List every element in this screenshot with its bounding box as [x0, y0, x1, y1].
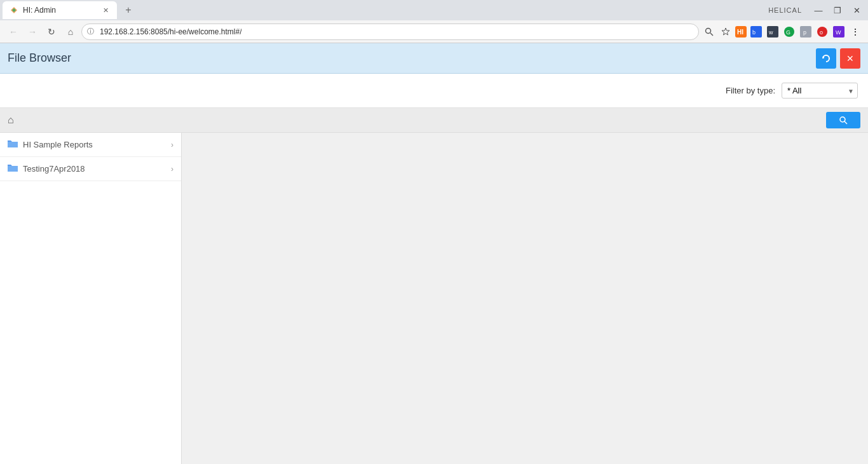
search-toolbar-icon[interactable] — [702, 24, 717, 39]
browser-brand: HELICAL — [768, 6, 802, 14]
app-title: File Browser — [8, 51, 71, 65]
chevron-right-icon-1: › — [171, 140, 173, 149]
breadcrumb-row: ⌂ — [0, 108, 868, 133]
svg-text:w: w — [768, 29, 773, 36]
extension5-icon[interactable]: p — [798, 24, 813, 39]
close-app-icon: ✕ — [846, 53, 854, 64]
main-content: HI Sample Reports › Testing7Apr2018 › — [0, 133, 868, 464]
tab-close-button[interactable]: ✕ — [100, 5, 111, 15]
security-icon: ⓘ — [87, 27, 94, 36]
filter-select-wrapper: * All Reports Dashboards — [782, 83, 858, 99]
chevron-right-icon-2: › — [171, 165, 173, 174]
more-menu-icon[interactable]: ⋮ — [848, 24, 863, 39]
folder-svg-2 — [8, 163, 18, 172]
right-panel — [182, 133, 868, 464]
new-tab-button[interactable]: + — [119, 1, 137, 19]
url-text: 192.168.2.156:8085/hi-ee/welcome.html#/ — [100, 27, 241, 36]
app-container: File Browser ✕ Filter by type: * All Rep… — [0, 43, 868, 464]
maximize-button[interactable]: ❐ — [829, 3, 846, 17]
folder-item-testing7apr2018[interactable]: Testing7Apr2018 › — [0, 157, 181, 181]
folder-item-hi-sample-reports[interactable]: HI Sample Reports › — [0, 133, 181, 157]
refresh-icon — [822, 54, 831, 63]
folder-item-left: HI Sample Reports — [8, 139, 93, 150]
folder-item-left-2: Testing7Apr2018 — [8, 163, 85, 174]
window-controls: HELICAL — ❐ ✕ — [768, 3, 865, 17]
extension4-icon[interactable]: G — [782, 24, 797, 39]
folder-name-1: HI Sample Reports — [23, 140, 93, 149]
extension3-icon[interactable]: w — [765, 24, 780, 39]
search-button[interactable] — [826, 112, 860, 128]
svg-text:p: p — [803, 29, 806, 36]
svg-text:b: b — [752, 29, 756, 36]
title-bar: HI: Admin ✕ + HELICAL — ❐ ✕ — [0, 0, 868, 20]
svg-text:G: G — [786, 29, 790, 36]
svg-point-0 — [706, 28, 711, 33]
extension6-icon[interactable]: o — [815, 24, 830, 39]
close-app-button[interactable]: ✕ — [840, 48, 860, 69]
svg-line-19 — [844, 121, 847, 124]
refresh-button[interactable] — [816, 48, 836, 69]
toolbar-icons: HI b w G p o W ⋮ — [702, 24, 863, 39]
search-button-icon — [839, 116, 848, 125]
extension7-icon[interactable]: W — [831, 24, 846, 39]
bookmark-star-icon[interactable] — [718, 24, 733, 39]
tab-title-text: HI: Admin — [23, 6, 97, 15]
svg-line-1 — [710, 33, 713, 36]
filter-type-select[interactable]: * All Reports Dashboards — [782, 83, 858, 99]
svg-text:o: o — [820, 29, 823, 36]
browser-tab[interactable]: HI: Admin ✕ — [3, 1, 117, 19]
home-icon[interactable]: ⌂ — [8, 114, 14, 126]
forward-button[interactable]: → — [24, 24, 41, 40]
svg-text:HI: HI — [737, 29, 743, 36]
address-bar[interactable]: ⓘ 192.168.2.156:8085/hi-ee/welcome.html#… — [81, 24, 699, 40]
svg-marker-2 — [722, 28, 729, 35]
back-button[interactable]: ← — [5, 24, 22, 40]
tab-favicon-icon — [9, 5, 19, 15]
navigation-bar: ← → ↻ ⌂ ⓘ 192.168.2.156:8085/hi-ee/welco… — [0, 20, 868, 43]
svg-point-18 — [840, 117, 845, 122]
extension2-icon[interactable]: b — [749, 24, 764, 39]
folder-svg-1 — [8, 139, 18, 148]
folder-icon-1 — [8, 139, 18, 150]
header-actions: ✕ — [816, 48, 860, 69]
helical-extension-icon[interactable]: HI — [735, 25, 747, 38]
folder-icon-2 — [8, 163, 18, 174]
filter-area: Filter by type: * All Reports Dashboards — [0, 74, 868, 108]
svg-text:W: W — [836, 29, 841, 36]
filter-label: Filter by type: — [726, 86, 775, 95]
close-window-button[interactable]: ✕ — [848, 3, 865, 17]
folder-name-2: Testing7Apr2018 — [23, 164, 85, 174]
minimize-button[interactable]: — — [810, 3, 827, 17]
app-header: File Browser ✕ — [0, 43, 868, 74]
file-list-panel: HI Sample Reports › Testing7Apr2018 › — [0, 133, 182, 464]
reload-button[interactable]: ↻ — [43, 24, 60, 40]
home-button[interactable]: ⌂ — [62, 24, 79, 40]
